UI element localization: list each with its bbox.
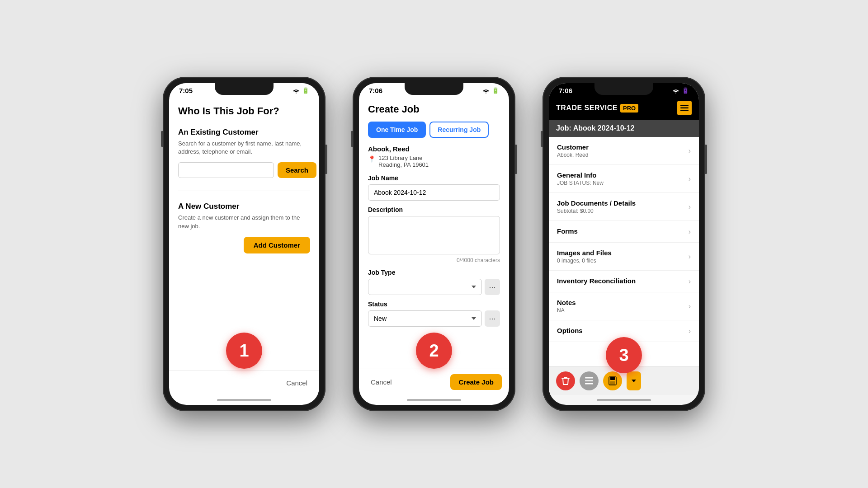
menu-item-inventory-title: Inventory Reconciliation: [557, 277, 689, 285]
svg-point-1: [486, 92, 486, 93]
menu-item-jobdocs-title: Job Documents / Details: [557, 199, 689, 207]
status-label: Status: [368, 300, 500, 308]
status-more-btn[interactable]: ···: [485, 310, 500, 327]
customer-address: 📍 123 Library Lane Reading, PA 19601: [368, 155, 500, 168]
job-type-more-btn[interactable]: ···: [485, 279, 500, 295]
wifi-icon-2: [482, 88, 490, 94]
list-button[interactable]: [580, 371, 599, 390]
save-button[interactable]: [603, 371, 622, 390]
list-icon: [585, 377, 593, 385]
hamburger-button[interactable]: [677, 101, 692, 115]
trash-icon: [561, 376, 570, 385]
menu-item-general-sub: JOB STATUS: New: [557, 180, 689, 186]
battery-icon-2: 🔋: [492, 87, 499, 94]
svg-rect-10: [610, 377, 615, 380]
status-row: New ···: [368, 310, 500, 327]
logo-pro: PRO: [620, 104, 638, 113]
time-1: 7:05: [179, 87, 193, 94]
create-job-button[interactable]: Create Job: [450, 374, 502, 390]
menu-item-images[interactable]: Images and Files 0 images, 0 files ›: [549, 243, 699, 271]
search-row: Search: [178, 162, 310, 178]
menu-item-forms[interactable]: Forms ›: [549, 221, 699, 243]
hamburger-icon: [680, 105, 689, 111]
job-type-row: ···: [368, 279, 500, 295]
tab-one-time[interactable]: One Time Job: [368, 122, 426, 138]
existing-customer-heading: An Existing Customer: [178, 128, 310, 137]
home-indicator-3: [549, 395, 699, 405]
job-header: Job: Abook 2024-10-12: [549, 120, 699, 137]
search-button[interactable]: Search: [278, 162, 316, 178]
svg-rect-8: [585, 383, 593, 385]
menu-item-options[interactable]: Options ›: [549, 320, 699, 342]
status-icons-3: 🔋: [672, 87, 689, 94]
save-icon: [609, 376, 617, 385]
logo: TRADE SERVICE PRO: [556, 104, 638, 113]
cancel-button-2[interactable]: Cancel: [366, 374, 396, 390]
menu-item-notes-title: Notes: [557, 299, 689, 306]
menu-item-forms-title: Forms: [557, 227, 689, 235]
svg-rect-3: [680, 105, 689, 106]
new-customer-heading: A New Customer: [178, 202, 310, 211]
chevron-icon-images: ›: [689, 253, 691, 261]
address-line1: 123 Library Lane: [378, 155, 429, 161]
notch-2: [405, 83, 463, 95]
dropdown-button[interactable]: [627, 371, 641, 390]
tab-row: One Time Job Recurring Job: [368, 122, 500, 138]
job-header-title: Job: Abook 2024-10-12: [556, 124, 635, 132]
page-title-1: Who Is This Job For?: [178, 105, 310, 117]
customer-name: Abook, Reed: [368, 145, 500, 153]
cancel-button-1[interactable]: Cancel: [282, 375, 312, 391]
logo-text: TRADE SERVICE: [556, 104, 618, 112]
menu-item-job-docs[interactable]: Job Documents / Details Subtotal: $0.00 …: [549, 193, 699, 221]
home-indicator-2: [359, 395, 509, 405]
menu-item-jobdocs-sub: Subtotal: $0.00: [557, 208, 689, 214]
home-indicator-1: [169, 395, 319, 405]
job-name-input[interactable]: [368, 184, 500, 201]
chevron-icon-general: ›: [689, 175, 691, 183]
delete-button[interactable]: [556, 371, 575, 390]
divider-1: [178, 191, 310, 191]
chevron-icon-options: ›: [689, 327, 691, 335]
phone1-content: Who Is This Job For? An Existing Custome…: [169, 96, 319, 395]
job-type-select[interactable]: [368, 279, 482, 295]
description-textarea[interactable]: [368, 216, 500, 254]
menu-item-customer-sub: Abook, Reed: [557, 152, 689, 158]
menu-item-images-sub: 0 images, 0 files: [557, 258, 689, 264]
job-name-label: Job Name: [368, 174, 500, 182]
search-input[interactable]: [178, 162, 274, 178]
svg-point-0: [296, 92, 297, 93]
status-select[interactable]: New: [368, 310, 482, 327]
svg-rect-5: [680, 110, 689, 111]
pin-icon: 📍: [368, 155, 376, 163]
status-icons-1: 🔋: [292, 87, 309, 94]
battery-icon: 🔋: [302, 87, 309, 94]
chevron-icon-jobdocs: ›: [689, 203, 691, 211]
description-label: Description: [368, 206, 500, 213]
existing-customer-desc: Search for a customer by first name, las…: [178, 140, 310, 156]
phone2-footer: Cancel Create Job: [359, 369, 509, 395]
time-2: 7:06: [369, 87, 382, 94]
create-job-title: Create Job: [368, 103, 500, 115]
notch-3: [594, 83, 653, 95]
chevron-icon-forms: ›: [689, 228, 691, 236]
menu-item-notes-sub: NA: [557, 307, 689, 314]
address-line2: Reading, PA 19601: [378, 161, 429, 168]
notch-1: [215, 83, 274, 95]
menu-item-customer[interactable]: Customer Abook, Reed ›: [549, 137, 699, 165]
svg-rect-11: [610, 381, 615, 385]
add-customer-button[interactable]: Add Customer: [244, 237, 310, 253]
wifi-icon-3: [672, 88, 679, 94]
menu-item-general-info[interactable]: General Info JOB STATUS: New ›: [549, 165, 699, 193]
tab-recurring[interactable]: Recurring Job: [429, 122, 489, 138]
job-type-label: Job Type: [368, 269, 500, 276]
chevron-icon-notes: ›: [689, 302, 691, 310]
time-3: 7:06: [559, 87, 572, 94]
char-count: 0/4000 characters: [368, 257, 500, 263]
phone-1: 7:05 🔋 Who Is This Job For? An Existing …: [163, 77, 326, 411]
menu-item-inventory[interactable]: Inventory Reconciliation ›: [549, 271, 699, 292]
svg-rect-7: [585, 380, 593, 382]
chevron-icon-inventory: ›: [689, 277, 691, 286]
phone-3: 7:06 🔋 TRADE SERVICE PRO: [542, 77, 705, 411]
menu-item-notes[interactable]: Notes NA ›: [549, 292, 699, 320]
phone3-footer: [549, 366, 699, 395]
